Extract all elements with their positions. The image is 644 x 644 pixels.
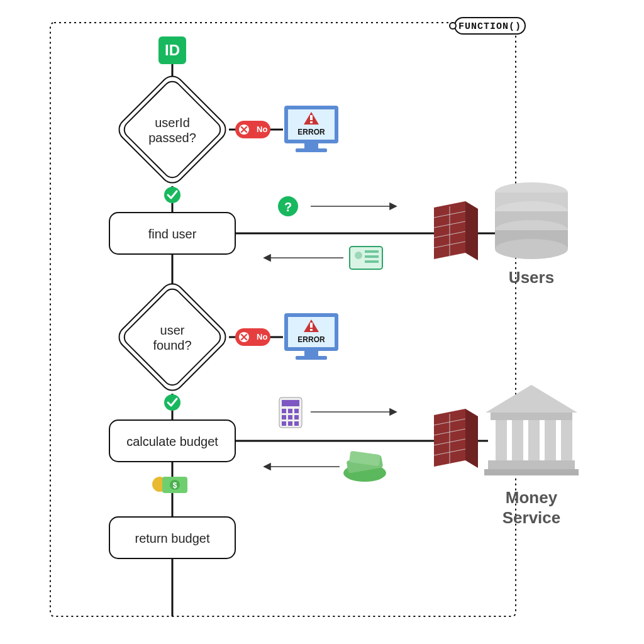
firewall-icon-1 xyxy=(434,201,478,260)
arrow-from-users xyxy=(264,255,343,261)
svg-text:?: ? xyxy=(284,200,292,214)
arrow-to-money xyxy=(311,409,396,415)
svg-rect-96 xyxy=(561,420,572,460)
money-service-label-2: Service xyxy=(502,508,561,527)
svg-text:passed?: passed? xyxy=(148,131,196,145)
svg-point-46 xyxy=(495,239,568,259)
svg-rect-56 xyxy=(304,351,318,356)
svg-rect-29 xyxy=(365,255,379,258)
flowchart-diagram: FUNCTION() ID userId passed? No ERROR xyxy=(0,0,644,644)
svg-rect-94 xyxy=(528,420,540,460)
step-calculate-budget: calculate budget xyxy=(109,420,235,462)
firewall-icon-2 xyxy=(434,409,478,468)
svg-rect-95 xyxy=(545,420,556,460)
svg-text:userId: userId xyxy=(155,116,190,130)
svg-rect-75 xyxy=(294,421,299,426)
svg-marker-90 xyxy=(486,385,577,413)
svg-text:calculate budget: calculate budget xyxy=(126,435,218,448)
no-badge-2: No xyxy=(235,328,270,346)
svg-text:user: user xyxy=(160,323,185,337)
error-monitor-2: ERROR xyxy=(284,313,338,360)
svg-text:$: $ xyxy=(173,481,177,490)
step-return-budget: return budget xyxy=(109,517,235,558)
money-icon: $ xyxy=(152,477,187,493)
svg-rect-14 xyxy=(296,148,327,152)
svg-text:FUNCTION(): FUNCTION() xyxy=(458,21,521,32)
svg-text:ERROR: ERROR xyxy=(297,128,325,136)
svg-text:found?: found? xyxy=(153,338,191,352)
svg-marker-25 xyxy=(390,203,396,209)
svg-marker-32 xyxy=(264,255,270,261)
question-icon: ? xyxy=(278,196,298,216)
no-label: No xyxy=(257,332,267,341)
svg-rect-74 xyxy=(288,421,292,426)
svg-marker-84 xyxy=(465,409,478,468)
svg-rect-92 xyxy=(496,420,507,460)
no-badge-1: No xyxy=(235,121,270,138)
yes-check-1 xyxy=(164,187,180,203)
svg-rect-60 xyxy=(310,329,313,331)
svg-point-27 xyxy=(355,252,362,259)
svg-text:return budget: return budget xyxy=(135,531,210,545)
calculator-icon xyxy=(279,397,302,428)
svg-rect-59 xyxy=(310,323,313,328)
svg-text:find user: find user xyxy=(148,227,197,241)
svg-rect-71 xyxy=(288,415,292,419)
svg-rect-72 xyxy=(294,415,299,419)
svg-rect-93 xyxy=(512,420,523,460)
svg-marker-34 xyxy=(465,201,478,260)
money-service-label-1: Money xyxy=(506,488,558,507)
arrow-to-users xyxy=(311,203,396,209)
svg-marker-77 xyxy=(390,409,396,415)
decision-userid-passed: userId passed? xyxy=(114,72,230,187)
svg-rect-97 xyxy=(488,460,575,469)
svg-rect-98 xyxy=(484,469,579,475)
svg-rect-73 xyxy=(282,421,286,426)
svg-text:ID: ID xyxy=(165,42,180,58)
svg-rect-68 xyxy=(288,409,292,413)
money-pile-icon xyxy=(343,451,386,482)
svg-rect-16 xyxy=(310,115,313,120)
decision-user-found: user found? xyxy=(114,279,230,395)
svg-marker-82 xyxy=(264,464,270,470)
svg-point-62 xyxy=(164,394,180,411)
id-card-icon xyxy=(350,247,382,269)
svg-rect-17 xyxy=(310,121,313,123)
svg-point-19 xyxy=(164,187,180,203)
step-find-user: find user xyxy=(109,213,235,254)
bank-icon xyxy=(478,385,579,475)
error-monitor-1: ERROR xyxy=(284,106,338,152)
svg-rect-67 xyxy=(282,409,286,413)
database-icon xyxy=(478,182,568,259)
svg-rect-30 xyxy=(365,260,379,263)
svg-rect-70 xyxy=(282,415,286,419)
function-label: FUNCTION() xyxy=(450,18,525,34)
svg-rect-66 xyxy=(282,400,299,406)
users-label: Users xyxy=(509,268,554,287)
yes-check-2 xyxy=(164,394,180,411)
arrow-from-money xyxy=(264,464,340,470)
svg-rect-69 xyxy=(294,409,299,413)
svg-point-1 xyxy=(450,23,456,29)
svg-rect-91 xyxy=(491,413,572,420)
start-id-badge: ID xyxy=(158,36,186,64)
no-label: No xyxy=(257,125,267,134)
svg-rect-57 xyxy=(296,356,327,360)
svg-text:ERROR: ERROR xyxy=(297,335,325,344)
svg-rect-28 xyxy=(365,250,379,253)
svg-rect-13 xyxy=(304,143,318,148)
